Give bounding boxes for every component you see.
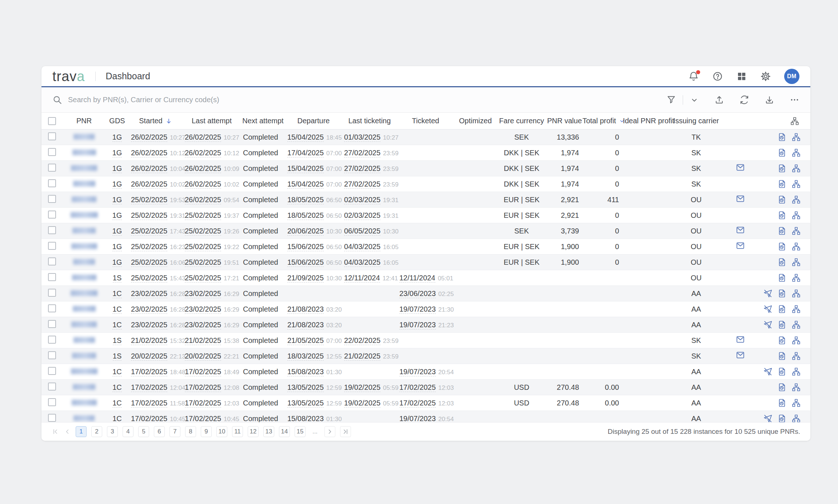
column-header-profit[interactable]: Total profit — [582, 117, 625, 125]
pnr-link[interactable] — [72, 353, 96, 359]
pnr-link[interactable] — [73, 415, 95, 421]
row-checkbox[interactable] — [48, 132, 56, 140]
table-row[interactable]: 1S21/02/202515:3221/02/202515:38Complete… — [41, 333, 810, 348]
history-icon[interactable] — [777, 195, 787, 204]
mail-icon[interactable] — [736, 194, 745, 203]
plane-off-icon[interactable] — [763, 367, 773, 376]
page-button-5[interactable]: 5 — [138, 426, 149, 437]
refresh-button[interactable] — [739, 95, 749, 105]
page-button-9[interactable]: 9 — [201, 426, 212, 437]
pnr-link[interactable] — [71, 243, 97, 249]
column-header-tk[interactable]: Ticketed — [412, 117, 439, 125]
history-icon[interactable] — [777, 211, 787, 220]
pnr-link[interactable] — [73, 259, 95, 265]
row-checkbox[interactable] — [48, 195, 56, 203]
pnr-link[interactable] — [71, 368, 97, 374]
hierarchy-icon[interactable] — [791, 304, 801, 314]
table-row[interactable]: 1G25/02/202519:3125/02/202519:37Complete… — [41, 208, 810, 223]
page-button-7[interactable]: 7 — [169, 426, 180, 437]
first-page-button[interactable] — [52, 428, 59, 435]
hierarchy-icon[interactable] — [791, 273, 801, 283]
column-header-dep[interactable]: Departure — [298, 117, 330, 125]
history-icon[interactable] — [777, 320, 787, 329]
row-checkbox[interactable] — [48, 367, 56, 375]
hierarchy-icon[interactable] — [791, 148, 801, 157]
table-row[interactable]: 1C17/02/202510:4517/02/202510:45Complete… — [41, 411, 810, 423]
mail-icon[interactable] — [736, 163, 745, 172]
hierarchy-icon[interactable] — [791, 398, 801, 408]
table-row[interactable]: 1C17/02/202511:5817/02/202512:03Complete… — [41, 395, 810, 411]
table-row[interactable]: 1G26/02/202510:0426/02/202510:09Complete… — [41, 161, 810, 176]
page-ellipsis[interactable]: ... — [310, 428, 320, 435]
pnr-link[interactable] — [71, 321, 97, 327]
next-page-button[interactable] — [324, 426, 335, 437]
page-button-1[interactable]: 1 — [76, 426, 87, 437]
table-row[interactable]: 1C23/02/202516:2823/02/202516:29Complete… — [41, 286, 810, 301]
row-checkbox[interactable] — [48, 398, 56, 406]
row-checkbox[interactable] — [48, 164, 56, 172]
hierarchy-icon[interactable] — [791, 351, 801, 361]
pnr-link[interactable] — [73, 306, 96, 312]
column-header-started[interactable]: Started — [139, 117, 172, 125]
row-checkbox[interactable] — [48, 242, 56, 250]
download-button[interactable] — [765, 95, 774, 105]
column-header-opt[interactable]: Optimized — [459, 117, 492, 125]
history-icon[interactable] — [777, 289, 787, 298]
select-all-checkbox[interactable] — [48, 117, 56, 125]
row-checkbox[interactable] — [48, 273, 56, 281]
pnr-link[interactable] — [73, 384, 95, 390]
page-button-2[interactable]: 2 — [91, 426, 102, 437]
page-button-11[interactable]: 11 — [232, 426, 243, 437]
page-button-12[interactable]: 12 — [248, 426, 259, 437]
pnr-link[interactable] — [73, 181, 95, 187]
page-button-8[interactable]: 8 — [185, 426, 196, 437]
mail-icon[interactable] — [736, 335, 745, 344]
pnr-link[interactable] — [72, 228, 96, 233]
pnr-link[interactable] — [72, 149, 96, 155]
page-button-15[interactable]: 15 — [295, 426, 306, 437]
hierarchy-icon[interactable] — [791, 367, 801, 376]
pnr-link[interactable] — [72, 400, 97, 405]
table-row[interactable]: 1S25/02/202515:4325/02/202517:21Complete… — [41, 270, 810, 286]
settings-button[interactable] — [760, 71, 771, 82]
table-row[interactable]: 1C23/02/202516:2823/02/202516:29Complete… — [41, 317, 810, 333]
search-input[interactable] — [68, 96, 666, 104]
column-header-ideal[interactable]: Ideal PNR profit — [623, 117, 674, 125]
history-icon[interactable] — [777, 226, 787, 236]
filter-button[interactable] — [666, 95, 676, 105]
hierarchy-icon[interactable] — [791, 242, 801, 251]
page-button-10[interactable]: 10 — [216, 426, 227, 437]
avatar[interactable]: DM — [784, 69, 799, 84]
history-icon[interactable] — [777, 273, 787, 283]
row-checkbox[interactable] — [48, 179, 56, 187]
upload-button[interactable] — [714, 95, 724, 105]
column-header-cb[interactable] — [48, 117, 56, 125]
column-header-attempt[interactable]: Last attempt — [192, 117, 232, 125]
notifications-button[interactable] — [688, 71, 699, 82]
row-checkbox[interactable] — [48, 336, 56, 344]
row-checkbox[interactable] — [48, 226, 56, 234]
history-icon[interactable] — [777, 132, 787, 142]
previous-page-button[interactable] — [64, 428, 71, 435]
plane-off-icon[interactable] — [763, 289, 773, 298]
pnr-link[interactable] — [72, 196, 96, 202]
column-header-fare[interactable]: Fare currency — [499, 117, 544, 125]
page-button-3[interactable]: 3 — [107, 426, 118, 437]
table-row[interactable]: 1G26/02/202510:2726/02/202510:27Complete… — [41, 129, 810, 145]
row-checkbox[interactable] — [48, 148, 56, 156]
row-checkbox[interactable] — [48, 211, 56, 219]
history-icon[interactable] — [777, 367, 787, 376]
hierarchy-icon[interactable] — [791, 289, 801, 298]
hierarchy-icon[interactable] — [791, 132, 801, 142]
history-icon[interactable] — [777, 398, 787, 408]
column-header-lt[interactable]: Last ticketing — [348, 117, 391, 125]
plane-off-icon[interactable] — [763, 304, 773, 314]
app-logo[interactable]: trava — [52, 69, 85, 83]
hierarchy-icon[interactable] — [791, 383, 801, 392]
table-row[interactable]: 1G26/02/202510:0226/02/202510:02Complete… — [41, 176, 810, 192]
column-header-pnr[interactable]: PNR — [76, 117, 92, 125]
table-row[interactable]: 1G26/02/202510:1226/02/202510:12Complete… — [41, 145, 810, 161]
last-page-button[interactable] — [340, 426, 351, 437]
hierarchy-icon[interactable] — [791, 195, 801, 204]
apps-button[interactable] — [736, 71, 747, 82]
